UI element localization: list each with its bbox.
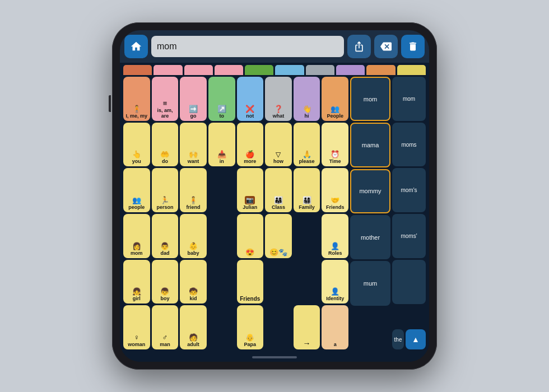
key-you[interactable]: 👆 you [123,123,150,167]
key-please[interactable]: 🙏 please [294,123,320,167]
key-icon: 👶 [189,242,198,250]
color-tab-pink1[interactable] [153,65,182,75]
key-icon: ♂ [162,333,168,342]
key-friend[interactable]: 🧍 friend [180,168,207,212]
color-tab-pink2[interactable] [184,65,213,75]
key-icon: 📥 [217,150,226,158]
key-label: want [188,159,199,165]
key-dad[interactable]: 👨 dad [152,214,179,258]
key-boy[interactable]: 👦 boy [152,260,179,304]
home-button[interactable] [124,35,148,58]
key-man[interactable]: ♂ man [152,305,179,349]
key-not[interactable]: ❌ not [237,77,264,121]
key-emoji2[interactable]: 😊🐾 [265,214,292,258]
key-identity[interactable]: 👤 Identity [322,260,348,304]
key-baby[interactable]: 👶 baby [180,214,207,258]
key-how[interactable]: ▽ how [265,123,292,167]
word-the[interactable]: the [392,329,404,349]
key-what[interactable]: ❓ what [265,77,292,121]
key-people-2[interactable]: 👥 people [123,168,150,212]
speak-button[interactable]: ▲ [406,329,426,349]
text-input-area[interactable]: mom [151,36,344,57]
key-label: Class [272,205,285,211]
color-tab-gray[interactable] [306,65,334,75]
key-hi[interactable]: 👋 hi [294,77,320,121]
key-label: not [246,114,254,119]
key-is-am-are[interactable]: ≡ is, am, are [152,77,179,121]
color-tab-green[interactable] [245,65,273,75]
key-arrow-right[interactable]: → [294,305,320,349]
key-label: I, me, my [126,114,148,119]
word-mom[interactable]: mom [392,77,426,121]
color-tab-blue[interactable] [275,65,304,75]
key-people[interactable]: 👥 People [322,77,348,121]
color-tab-pink3[interactable] [215,65,243,75]
key-go[interactable]: ➡️ go [180,77,207,121]
key-roles[interactable]: 👤 Roles [322,214,348,258]
key-class[interactable]: 👨‍👩‍👧 Class [265,168,292,212]
key-icon: 👩 [132,242,141,250]
suggestion-label: mum [364,280,377,287]
key-mom[interactable]: 👩 mom [123,214,150,258]
backspace-button[interactable] [374,35,398,58]
key-a[interactable]: a [322,305,348,349]
key-label: is, am, are [153,108,177,119]
home-icon [130,40,142,53]
color-tab-yellow[interactable] [397,65,426,75]
key-label: hi [305,114,309,119]
key-label: Julian [243,205,257,211]
key-person[interactable]: 🏃 person [152,168,179,212]
key-icon: → [303,339,311,348]
key-more[interactable]: 🍎 more [237,123,264,167]
main-content: 🧍 I, me, my ≡ is, am, are ➡️ go ↗️ [123,77,426,349]
clear-button[interactable] [401,35,425,58]
key-family[interactable]: 👨‍👩‍👧‍👦 Family [294,168,320,212]
grid-row-6: ♀ woman ♂ man 🧑 adult 👴 [123,305,348,349]
grid-row-5: 👧 girl 👦 boy 🧒 kid Fri [123,260,348,304]
suggestion-mum[interactable]: mum [350,261,390,305]
word-moms-end-apos[interactable]: moms' [392,214,426,258]
key-icon: 🤲 [160,150,169,158]
key-papa[interactable]: 👴 Papa [237,305,264,349]
right-suggestion-panel: mom mama mommy mother mum [350,77,390,349]
suggestion-mama[interactable]: mama [350,123,390,167]
suggestion-mom[interactable]: mom [350,77,390,121]
key-time[interactable]: ⏰ Time [322,123,348,167]
key-want[interactable]: 🙌 want [180,123,207,167]
key-friends-2[interactable]: Friends [237,260,264,304]
key-woman[interactable]: ♀ woman [123,305,150,349]
key-label: a [334,342,337,348]
side-button [109,95,111,112]
key-in[interactable]: 📥 in [208,123,235,167]
arrow-icon: ▲ [412,335,420,344]
key-icon: 🙏 [303,150,311,158]
key-icon: 😊🐾 [269,248,287,256]
key-friends-right[interactable]: 🤝 Friends [322,168,348,212]
share-button[interactable] [347,35,371,58]
key-i-me-my[interactable]: 🧍 I, me, my [123,77,150,121]
key-emoji1[interactable]: 😍 [237,214,264,258]
key-kid[interactable]: 🧒 kid [180,260,207,304]
key-to[interactable]: ↗️ to [208,77,235,121]
suggestion-mother[interactable]: mother [350,215,390,259]
key-do[interactable]: 🤲 do [152,123,179,167]
suggestion-label: mom [364,96,377,102]
suggestion-mommy[interactable]: mommy [350,169,390,213]
key-icon: 👨‍👩‍👧‍👦 [303,196,311,204]
color-tab-orange[interactable] [123,65,152,75]
color-tab-orange2[interactable] [366,65,395,75]
key-adult[interactable]: 🧑 adult [180,305,207,349]
key-icon: 🧑 [189,333,198,342]
phone-frame: mom [112,22,437,370]
trash-icon [407,41,418,52]
color-tab-purple[interactable] [336,65,365,75]
color-tabs [123,65,426,75]
key-icon: 🧍 [189,196,198,204]
key-icon: ♀ [134,333,139,342]
key-girl[interactable]: 👧 girl [123,260,150,304]
key-label: woman [128,342,145,348]
word-moms-apos[interactable]: mom's [392,168,426,212]
word-moms[interactable]: moms [392,123,426,167]
key-label: more [244,159,256,165]
key-julian[interactable]: 📷 Julian [237,168,264,212]
